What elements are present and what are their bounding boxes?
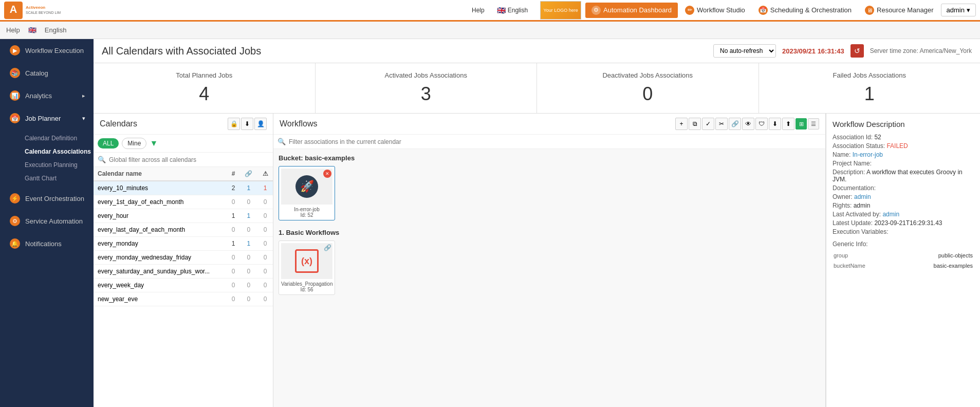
wf-copy-btn[interactable]: ⧉ [689,118,701,130]
workflow-card-in-error[interactable]: 🚀 ✕ In-error-job Id: 52 [279,166,335,220]
sidebar-service-automation-label: Service Automation [25,217,83,225]
wf-scissors-btn[interactable]: ✂ [715,118,728,130]
table-row[interactable]: every_monday_wednesday_friday 0 0 0 [94,251,273,265]
sidebar-sub-calendar-definition[interactable]: Calendar Definition [25,132,94,145]
filter-all-button[interactable]: ALL [98,138,119,149]
nav-btn-scheduling[interactable]: 📅 Scheduling & Orchestration [752,3,858,18]
event-orchestration-icon: ⚡ [10,193,20,203]
wf-add-btn[interactable]: + [675,118,688,130]
cal-name-cell: new_year_eve [94,292,227,306]
sidebar-item-notifications[interactable]: 🔔 Notifications [0,232,94,255]
error-badge-in-error: ✕ [323,170,331,178]
cal-name-cell: every_10_minutes [94,181,227,195]
sidebar-sub-calendar-associations[interactable]: Calendar Associations [25,145,94,158]
wf-view-list-btn[interactable]: ☰ [808,118,819,130]
table-row[interactable]: new_year_eve 0 0 0 [94,292,273,306]
content-header: All Calendars with Associated Jobs No au… [94,39,980,63]
nav-btn-automation-dashboard[interactable]: ⚙ Automation Dashboard [585,3,678,18]
help-button[interactable]: Help [468,5,489,16]
table-row[interactable]: every_week_day 0 0 0 [94,279,273,292]
filter-funnel-icon[interactable]: ▼ [150,139,158,148]
sidebar-sub-execution-planning[interactable]: Execution Planning [25,158,94,172]
sidebar-sub-menu: Calendar Definition Calendar Association… [0,130,94,187]
svg-text:A: A [10,4,17,15]
table-row[interactable]: every_10_minutes 2 1 1 [94,181,273,195]
calendars-search-input[interactable] [109,156,269,163]
desc-last-activated-link[interactable]: admin [882,211,899,218]
workflow-card-img-in-error: 🚀 ✕ [281,169,332,205]
table-row[interactable]: every_hour 1 1 0 [94,209,273,223]
cal-warnings-cell: 0 [257,237,273,251]
cal-links-cell: 0 [240,195,257,209]
refresh-button[interactable]: ↺ [850,44,864,58]
workflow-grid-basic-workflows: (x) 🔗 Variables_Propagation Id: 56 [279,240,820,295]
cal-user-btn[interactable]: 👤 [254,118,267,130]
wf-search-input[interactable] [289,138,821,145]
generic-info-key: group [834,251,885,260]
stat-total-planned-value: 4 [102,83,307,105]
sidebar-sub-gantt-chart[interactable]: Gantt Chart [25,172,94,185]
top-nav: A Activeeon SCALE BEYOND LIMITS Help 🇬🇧 … [0,0,980,22]
wf-label-vars: Variables_Propagation Id: 56 [281,281,332,292]
wf-view-grid-btn[interactable]: ⊞ [796,118,807,130]
desc-name: Name: In-error-job [833,151,974,158]
sidebar-item-job-planner[interactable]: 📅 Job Planner ▾ [0,107,94,130]
sidebar-item-event-orchestration[interactable]: ⚡ Event Orchestration [0,187,94,210]
wf-eye-btn[interactable]: 👁 [742,118,754,130]
nav-buttons: ⚙ Automation Dashboard ✏ Workflow Studio… [585,3,976,18]
wf-shield-btn[interactable]: 🛡 [755,118,768,130]
workflow-card-vars[interactable]: (x) 🔗 Variables_Propagation Id: 56 [279,240,335,295]
stat-deactivated-label: Deactivated Jobs Associations [545,71,750,79]
sidebar-item-workflow-execution[interactable]: ▶ Workflow Execution [0,39,94,62]
cal-links-cell: 0 [240,251,257,265]
wf-upload-btn[interactable]: ⬆ [782,118,794,130]
wf-label-in-error: In-error-job Id: 52 [281,207,332,218]
calendars-search-row: 🔍 [94,153,273,167]
cal-lock-btn[interactable]: 🔒 [228,118,240,130]
wf-search-row: 🔍 [273,135,825,149]
workflow-studio-icon: ✏ [685,6,694,15]
nav-btn-workflow-studio[interactable]: ✏ Workflow Studio [679,3,751,18]
stat-activated-value: 3 [324,83,529,105]
desc-exec-vars: Execution Variables: [833,228,974,235]
table-row[interactable]: every_monday 1 1 0 [94,237,273,251]
sidebar-item-service-automation[interactable]: ⚙ Service Automation [0,210,94,232]
generic-info-row: grouppublic-objects [834,251,973,260]
col-links: 🔗 [240,167,257,181]
generic-info-value: public-objects [886,251,973,260]
bucket-basic-workflows-title: 1. Basic Workflows [279,229,820,236]
sidebar-item-catalog[interactable]: 📚 Catalog [0,62,94,84]
table-row[interactable]: every_last_day_of_each_month 0 0 0 [94,223,273,237]
cal-warnings-cell: 0 [257,209,273,223]
cal-download-btn[interactable]: ⬇ [241,118,253,130]
desc-owner-link[interactable]: admin [854,193,871,200]
help-link[interactable]: Help [6,26,20,34]
desc-generic-info-table: grouppublic-objectsbucketNamebasic-examp… [833,250,974,271]
lang-link[interactable]: English [45,26,67,34]
catalog-icon: 📚 [10,68,20,78]
sidebar-item-analytics[interactable]: 📊 Analytics ▸ [0,84,94,107]
analytics-chevron-icon: ▸ [82,92,85,99]
cal-name-cell: every_1st_day_of_each_month [94,195,227,209]
cal-warnings-cell: 0 [257,195,273,209]
wf-check-btn[interactable]: ✓ [702,118,714,130]
col-count: # [227,167,240,181]
cal-name-cell: every_saturday_and_sunday_plus_wor... [94,265,227,279]
lang-button[interactable]: 🇬🇧 English [493,4,532,16]
refresh-select[interactable]: No auto-refresh Every 30s Every 1m Every… [713,44,776,58]
stat-total-planned-label: Total Planned Jobs [102,71,307,79]
wf-download-btn[interactable]: ⬇ [769,118,781,130]
datetime-badge: 2023/09/21 16:31:43 [782,47,844,55]
table-row[interactable]: every_saturday_and_sunday_plus_wor... 0 … [94,265,273,279]
desc-documentation: Documentation: [833,184,974,192]
nav-btn-resource-manager[interactable]: 🖥 Resource Manager [859,3,940,18]
wf-link-btn[interactable]: 🔗 [729,118,741,130]
svg-text:Activeeon: Activeeon [26,5,45,10]
logo-area: A Activeeon SCALE BEYOND LIMITS [4,2,61,19]
table-row[interactable]: every_1st_day_of_each_month 0 0 0 [94,195,273,209]
desc-name-link[interactable]: In-error-job [853,151,883,158]
notifications-icon: 🔔 [10,238,20,249]
filter-mine-button[interactable]: Mine [122,138,146,149]
calendars-icon-btn-row: 🔒 ⬇ 👤 [228,118,267,130]
admin-button[interactable]: admin ▾ [941,4,976,16]
